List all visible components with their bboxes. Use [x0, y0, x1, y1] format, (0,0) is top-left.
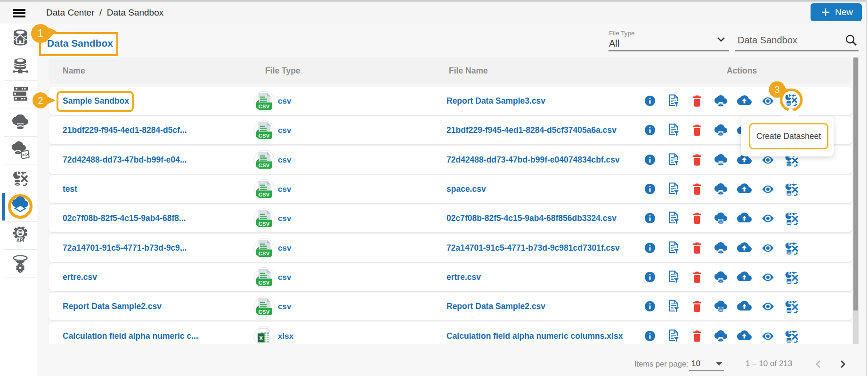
svg-text:CSV: CSV	[259, 309, 270, 315]
svg-text:X: X	[259, 335, 263, 342]
svg-text:CSV: CSV	[259, 104, 270, 109]
svg-text:CSV: CSV	[259, 221, 270, 227]
svg-text:1: 1	[38, 27, 44, 40]
svg-text:2: 2	[38, 95, 43, 106]
svg-text:CSV: CSV	[259, 133, 270, 139]
svg-text:CSV: CSV	[259, 280, 270, 286]
svg-text:3: 3	[774, 84, 779, 95]
svg-text:CSV: CSV	[259, 251, 270, 256]
svg-text:CSV: CSV	[259, 192, 270, 197]
svg-text:CSV: CSV	[259, 163, 270, 168]
